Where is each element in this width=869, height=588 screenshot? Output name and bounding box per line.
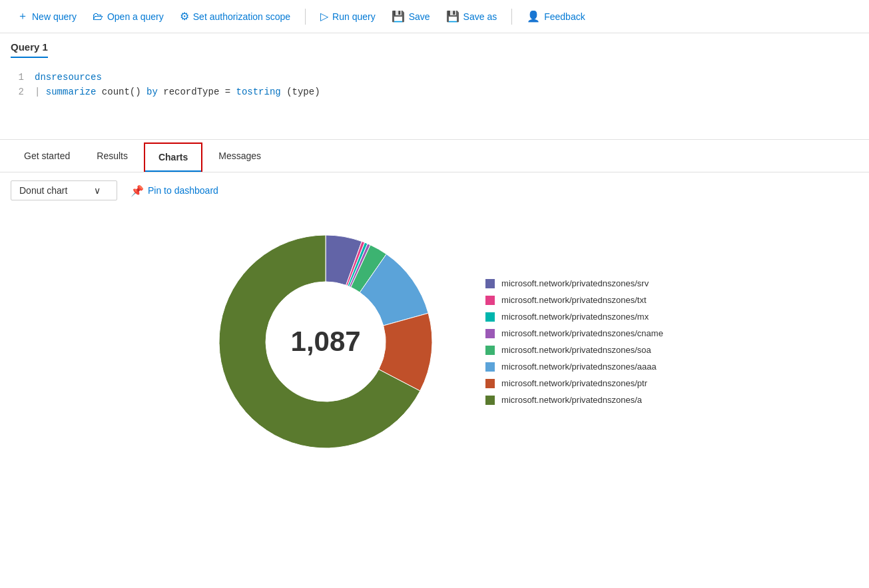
legend-item-mx: microsoft.network/privatednszones/mx xyxy=(485,312,663,322)
tabs-area: Get started Results Charts Messages xyxy=(0,140,869,172)
new-query-label: New query xyxy=(32,11,77,22)
save-as-icon: 💾 xyxy=(446,10,459,23)
chevron-down-icon: ∨ xyxy=(94,185,101,196)
legend-label-aaaa: microsoft.network/privatednszones/aaaa xyxy=(501,362,657,372)
save-as-label: Save as xyxy=(463,11,497,22)
legend-label-ptr: microsoft.network/privatednszones/ptr xyxy=(501,378,647,388)
legend-label-cname: microsoft.network/privatednszones/cname xyxy=(501,328,663,338)
legend-label-srv: microsoft.network/privatednszones/srv xyxy=(501,278,649,288)
feedback-button[interactable]: 👤 Feedback xyxy=(520,6,591,27)
code-line-2: 2 | summarize count() by recordType = to… xyxy=(11,85,858,99)
legend-item-soa: microsoft.network/privatednszones/soa xyxy=(485,345,663,355)
chart-type-label: Donut chart xyxy=(19,185,67,196)
save-button[interactable]: 💾 Save xyxy=(385,6,437,27)
chart-controls: Donut chart ∨ 📌 Pin to dashboard xyxy=(0,172,869,208)
run-query-button[interactable]: ▷ Run query xyxy=(314,6,382,27)
code-area[interactable]: 1 dnsresources 2 | summarize count() by … xyxy=(11,65,858,131)
tab-charts[interactable]: Charts xyxy=(144,143,202,172)
open-query-button[interactable]: 🗁 Open a query xyxy=(86,7,170,27)
pin-icon: 📌 xyxy=(131,184,144,197)
legend-label-a: microsoft.network/privatednszones/a xyxy=(501,395,642,405)
legend-color-ptr xyxy=(485,379,495,388)
new-query-icon: ＋ xyxy=(17,9,28,23)
legend-item-srv: microsoft.network/privatednszones/srv xyxy=(485,278,663,288)
legend-color-cname xyxy=(485,329,495,338)
code-line-1: 1 dnsresources xyxy=(11,70,858,85)
line-number-1: 1 xyxy=(11,70,24,85)
run-icon: ▷ xyxy=(320,10,328,23)
tab-messages[interactable]: Messages xyxy=(205,143,274,169)
folder-icon: 🗁 xyxy=(93,11,103,23)
legend-item-txt: microsoft.network/privatednszones/txt xyxy=(485,295,663,305)
save-as-button[interactable]: 💾 Save as xyxy=(439,6,504,27)
legend-item-a: microsoft.network/privatednszones/a xyxy=(485,395,663,405)
legend-color-txt xyxy=(485,296,495,305)
donut-svg xyxy=(206,222,445,461)
tabs-row: Get started Results Charts Messages xyxy=(11,140,858,172)
open-query-label: Open a query xyxy=(107,11,164,22)
pin-label: Pin to dashboard xyxy=(148,185,218,196)
query-editor: Query 1 1 dnsresources 2 | summarize cou… xyxy=(0,33,869,140)
feedback-label: Feedback xyxy=(544,11,585,22)
set-auth-label: Set authorization scope xyxy=(193,11,290,22)
save-label: Save xyxy=(409,11,430,22)
save-icon: 💾 xyxy=(392,10,405,23)
legend-color-mx xyxy=(485,312,495,322)
chart-type-dropdown[interactable]: Donut chart ∨ xyxy=(11,180,117,200)
feedback-icon: 👤 xyxy=(527,10,540,23)
pin-to-dashboard-button[interactable]: 📌 Pin to dashboard xyxy=(131,184,218,197)
run-query-label: Run query xyxy=(332,11,376,22)
legend-label-txt: microsoft.network/privatednszones/txt xyxy=(501,295,646,305)
legend-label-mx: microsoft.network/privatednszones/mx xyxy=(501,312,649,322)
toolbar-divider-2 xyxy=(511,9,512,25)
legend-item-ptr: microsoft.network/privatednszones/ptr xyxy=(485,378,663,388)
tab-get-started[interactable]: Get started xyxy=(11,143,83,169)
code-text-1: dnsresources xyxy=(35,70,102,85)
code-text-2: | summarize count() by recordType = tost… xyxy=(35,85,320,99)
legend-color-soa xyxy=(485,346,495,355)
legend-item-aaaa: microsoft.network/privatednszones/aaaa xyxy=(485,362,663,372)
toolbar-divider-1 xyxy=(305,9,306,25)
chart-legend: microsoft.network/privatednszones/srv mi… xyxy=(485,278,663,405)
legend-label-soa: microsoft.network/privatednszones/soa xyxy=(501,345,651,355)
gear-icon: ⚙ xyxy=(180,10,189,23)
line-number-2: 2 xyxy=(11,85,24,99)
legend-color-srv xyxy=(485,279,495,288)
legend-item-cname: microsoft.network/privatednszones/cname xyxy=(485,328,663,338)
legend-color-a xyxy=(485,396,495,405)
new-query-button[interactable]: ＋ New query xyxy=(11,5,83,27)
donut-chart: 1,087 xyxy=(206,222,445,461)
set-auth-button[interactable]: ⚙ Set authorization scope xyxy=(173,6,297,27)
chart-main: 1,087 microsoft.network/privatednszones/… xyxy=(0,208,869,475)
legend-color-aaaa xyxy=(485,362,495,372)
toolbar: ＋ New query 🗁 Open a query ⚙ Set authori… xyxy=(0,0,869,33)
query-title: Query 1 xyxy=(11,41,48,58)
tab-results[interactable]: Results xyxy=(83,143,141,169)
